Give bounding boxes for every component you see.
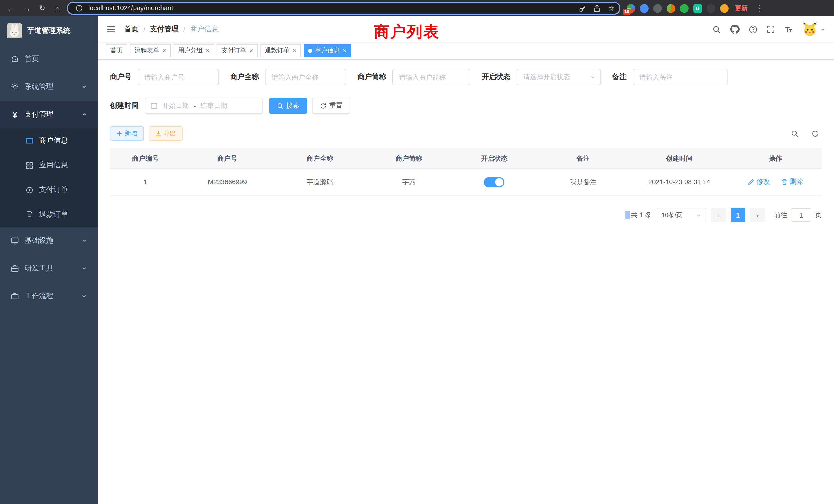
github-icon[interactable]	[730, 25, 740, 34]
merchant-short-input[interactable]	[392, 69, 470, 85]
sidebar-item-system[interactable]: 系统管理	[0, 73, 97, 100]
page-number-button[interactable]: 1	[731, 208, 745, 222]
tab-close-icon[interactable]: ×	[249, 47, 253, 54]
sidebar-item-label: 商户信息	[39, 136, 68, 145]
prev-page-button[interactable]: ‹	[711, 208, 726, 222]
sidebar-item-pay-order[interactable]: 支付订单	[0, 178, 97, 202]
next-page-button[interactable]: ›	[750, 208, 765, 222]
bookmark-star-icon[interactable]: ☆	[606, 4, 616, 12]
sidebar-item-devtools[interactable]: 研发工具	[0, 255, 97, 282]
sidebar-item-infra[interactable]: 基础设施	[0, 227, 97, 255]
breadcrumb-payment[interactable]: 支付管理	[150, 25, 179, 34]
delete-label: 删除	[790, 177, 803, 187]
fullscreen-icon[interactable]	[767, 25, 775, 33]
yen-icon: ¥	[10, 110, 20, 119]
goto-page-input[interactable]	[791, 208, 811, 222]
search-icon[interactable]	[712, 25, 721, 33]
app-logo[interactable]: 芋道管理系统	[0, 17, 97, 45]
sidebar-item-refund-order[interactable]: 退款订单	[0, 202, 97, 227]
status-toggle[interactable]	[484, 177, 505, 187]
delete-link[interactable]: 删除	[781, 177, 803, 187]
share-icon[interactable]	[592, 4, 602, 12]
sidebar-item-merchant-info[interactable]: 商户信息	[0, 128, 97, 153]
table-row: 1 M233666999 芋道源码 芋艿 我是备注 2021-10-23 08:…	[110, 168, 822, 195]
browser-menu-icon[interactable]: ⋮	[754, 4, 766, 13]
tab-home[interactable]: 首页	[106, 44, 127, 57]
cell-create-time: 2021-10-23 08:31:14	[629, 168, 729, 195]
app-frame: 芋道管理系统 首页 系统管理 ¥ 支付管理	[0, 17, 834, 504]
breadcrumb-home[interactable]: 首页	[124, 25, 139, 34]
tab-refund-order[interactable]: 退款订单 ×	[260, 44, 301, 57]
tab-close-icon[interactable]: ×	[206, 47, 210, 54]
tab-label: 流程表单	[135, 46, 159, 55]
status-select[interactable]: 请选择开启状态	[517, 69, 601, 85]
refresh-table-icon[interactable]	[808, 127, 822, 140]
extension-colorful-icon[interactable]: 10	[627, 4, 635, 13]
text-selection-artifact	[625, 211, 629, 219]
address-bar[interactable]: localhost:1024/pay/merchant ☆	[67, 2, 620, 15]
merchant-table: 商户编号 商户号 商户全称 商户简称 开启状态 备注 创建时间 操作 1	[110, 148, 822, 196]
add-button[interactable]: 新增	[110, 126, 144, 141]
browser-back-icon[interactable]: ←	[5, 2, 18, 14]
tab-label: 用户分组	[178, 46, 203, 55]
tab-close-icon[interactable]: ×	[343, 47, 347, 54]
remark-input[interactable]	[633, 69, 728, 85]
sidebar-item-payment[interactable]: ¥ 支付管理	[0, 100, 97, 128]
sidebar-item-workflow[interactable]: 工作流程	[0, 282, 97, 310]
user-menu[interactable]	[802, 22, 826, 37]
extension-emoji-icon[interactable]	[720, 4, 729, 13]
sidebar-item-home[interactable]: 首页	[0, 45, 97, 73]
tab-close-icon[interactable]: ×	[293, 47, 297, 54]
tab-user-group[interactable]: 用户分组 ×	[173, 44, 214, 57]
avatar	[802, 22, 817, 37]
sidebar-item-app-info[interactable]: 应用信息	[0, 153, 97, 178]
sidebar-item-label: 工作流程	[25, 292, 53, 301]
extension-orange-icon[interactable]	[666, 4, 675, 13]
sidebar-item-label: 支付管理	[25, 110, 53, 119]
page-size-select[interactable]: 10条/页	[657, 208, 706, 222]
tab-process-form[interactable]: 流程表单 ×	[130, 44, 171, 57]
help-icon[interactable]	[749, 25, 758, 33]
browser-reload-icon[interactable]: ↻	[36, 2, 48, 14]
top-navbar: 首页 / 支付管理 / 商户信息	[97, 17, 834, 42]
hide-search-icon[interactable]	[788, 127, 801, 140]
merchant-no-input[interactable]	[138, 69, 219, 85]
tab-label: 支付订单	[221, 46, 246, 55]
sidebar-collapse-icon[interactable]	[106, 24, 116, 35]
extension-green-square-icon[interactable]: G	[693, 4, 702, 13]
browser-update-button[interactable]: 更新	[735, 4, 748, 13]
browser-home-icon[interactable]: ⌂	[51, 2, 64, 14]
extension-badge: 10	[623, 8, 631, 15]
font-size-icon[interactable]	[784, 25, 793, 33]
breadcrumb: 首页 / 支付管理 / 商户信息	[124, 25, 219, 34]
extension-knot-icon[interactable]	[707, 4, 716, 13]
tab-label: 商户信息	[315, 46, 340, 55]
merchant-name-input[interactable]	[265, 69, 346, 85]
cell-actions: 修改 删除	[729, 168, 822, 195]
trash-icon	[781, 179, 788, 185]
chevron-down-icon	[590, 74, 596, 80]
search-button[interactable]: 搜索	[269, 97, 307, 114]
date-range-picker[interactable]: 开始日期 - 结束日期	[145, 97, 263, 114]
document-icon	[25, 211, 34, 219]
tab-close-icon[interactable]: ×	[162, 47, 166, 54]
extension-dark-icon[interactable]	[653, 4, 662, 13]
browser-forward-icon[interactable]: →	[21, 2, 33, 14]
tab-label: 退款订单	[265, 46, 290, 55]
reset-button[interactable]: 重置	[312, 97, 350, 114]
filter-merchant-name: 商户全称	[230, 69, 346, 85]
extension-green-circle-icon[interactable]	[680, 4, 689, 13]
filter-merchant-no: 商户号	[110, 69, 219, 85]
extension-blue-icon[interactable]	[640, 4, 649, 13]
tab-pay-order[interactable]: 支付订单 ×	[217, 44, 258, 57]
search-button-label: 搜索	[286, 101, 300, 110]
site-info-icon[interactable]	[74, 5, 84, 12]
edit-link[interactable]: 修改	[748, 177, 770, 187]
card-icon	[25, 137, 34, 144]
tab-merchant-info[interactable]: 商户信息 ×	[304, 44, 351, 57]
password-key-icon[interactable]	[577, 4, 588, 12]
cell-merchant-id: 1	[110, 168, 181, 195]
breadcrumb-separator: /	[143, 25, 145, 33]
payment-submenu: 商户信息 应用信息 支付订单	[0, 128, 97, 227]
export-button[interactable]: 导出	[149, 126, 183, 141]
